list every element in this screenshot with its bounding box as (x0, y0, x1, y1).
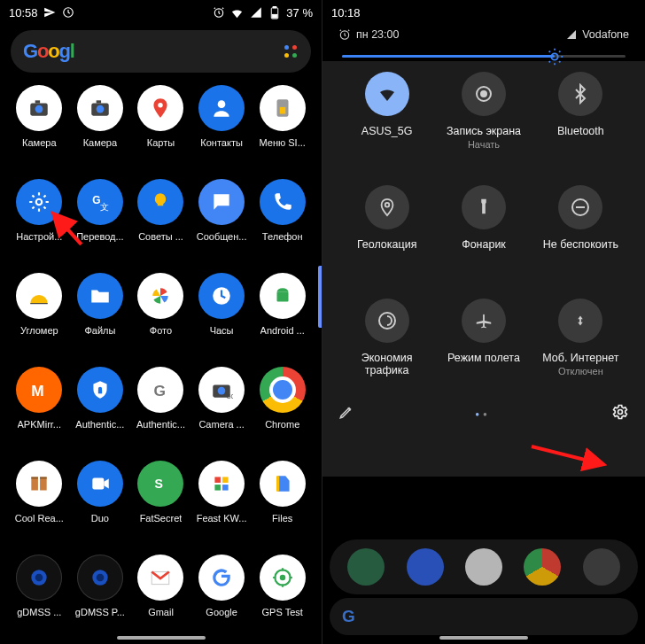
tile-wifi[interactable]: ASUS_5G (338, 72, 435, 171)
app-authenticator-1[interactable]: Authentic... (70, 367, 131, 455)
svg-rect-29 (92, 478, 104, 490)
annotation-arrow-left (49, 209, 86, 246)
app-gmail[interactable]: Gmail (130, 555, 191, 643)
app-tips[interactable]: Советы ... (130, 179, 191, 268)
app-gps-test[interactable]: GPS Test (252, 555, 313, 643)
app-label: Камера (83, 137, 117, 148)
app-clock[interactable]: Часы (191, 273, 253, 361)
svg-rect-4 (272, 14, 277, 18)
app-label: Camera ... (198, 419, 244, 430)
app-google[interactable]: Google (191, 555, 253, 643)
tile-mobiledata[interactable]: Моб. ИнтернетОтключен (532, 299, 629, 398)
app-phone[interactable]: Телефон (252, 179, 313, 268)
app-label: GPS Test (262, 607, 303, 617)
app-contacts[interactable]: Контакты (191, 85, 253, 174)
tile-label: Не беспокоить (543, 238, 618, 251)
tile-airplane[interactable]: Режим полета (435, 299, 532, 398)
files-google-icon (260, 461, 306, 507)
camera-2-icon (77, 85, 123, 131)
app-coolreader[interactable]: Cool Rea... (9, 461, 70, 549)
phone-quick-settings: 10:18 G пн 23:00 Vodafone (322, 0, 645, 644)
statusbar-right: 10:18 (322, 0, 645, 25)
app-camera-2[interactable]: Камера (70, 85, 131, 174)
tile-bluetooth[interactable]: Bluetooth (532, 72, 629, 171)
brightness-slider[interactable] (322, 43, 645, 61)
annotation-arrow-right (530, 445, 610, 471)
tile-screenrec[interactable]: Запись экранаНачать (435, 72, 532, 171)
app-photos[interactable]: Фото (130, 273, 191, 361)
app-files-app[interactable]: Файлы (70, 273, 131, 361)
apkmirror-icon: M (16, 367, 62, 413)
tile-location[interactable]: Геолокация (338, 185, 435, 284)
google-search-bar[interactable]: Google (11, 30, 311, 73)
app-authenticator-2[interactable]: GAuthentic... (130, 367, 191, 455)
bluetooth-icon (558, 72, 602, 116)
gesture-nav-pill[interactable] (439, 636, 528, 640)
app-camera-go[interactable]: GOCamera ... (191, 367, 253, 455)
app-duo[interactable]: Duo (70, 461, 131, 549)
tile-datasaver[interactable]: Экономия трафика (338, 299, 435, 398)
battery-text: 37 % (286, 6, 313, 19)
assistant-icon[interactable] (283, 43, 299, 59)
app-maps[interactable]: Карты (130, 85, 191, 174)
app-protractor[interactable]: Угломер (9, 273, 70, 361)
tile-label: ASUS_5G (361, 125, 413, 137)
svg-point-41 (279, 575, 285, 581)
app-feast[interactable]: Feast KW... (191, 461, 253, 549)
app-sim-menu[interactable]: Меню SI... (252, 85, 313, 174)
photos-icon (137, 273, 183, 319)
app-apkmirror[interactable]: MAPKMirr... (9, 367, 70, 455)
clock-icon (62, 6, 75, 19)
app-label: Feast KW... (197, 513, 247, 524)
scroll-indicator (318, 266, 322, 328)
app-label: Контакты (200, 137, 243, 148)
location-icon (365, 185, 409, 229)
protractor-icon (16, 273, 62, 319)
app-files-google[interactable]: Files (252, 461, 313, 549)
edit-tiles-button[interactable] (338, 404, 354, 420)
app-label: Chrome (265, 419, 299, 430)
chrome-icon (260, 367, 306, 413)
gesture-nav-pill[interactable] (117, 636, 206, 640)
settings-gear-button[interactable] (611, 403, 629, 421)
svg-point-36 (35, 574, 43, 582)
tips-icon (137, 179, 183, 225)
svg-text:GO: GO (227, 393, 234, 400)
statusbar-time: 10:58 (9, 6, 38, 19)
svg-rect-24 (98, 390, 102, 393)
sim-menu-icon (260, 85, 306, 131)
svg-text:S: S (155, 477, 163, 491)
app-label: Authentic... (136, 419, 185, 430)
svg-rect-33 (215, 485, 221, 491)
app-label: Google (206, 607, 237, 617)
authenticator-1-icon (77, 367, 123, 413)
app-label: APKMirr... (18, 419, 62, 430)
app-chrome[interactable]: Chrome (252, 367, 313, 455)
statusbar-time: 10:18 (331, 6, 361, 19)
datasaver-icon (365, 299, 409, 343)
tile-dnd[interactable]: Не беспокоить (532, 185, 629, 284)
wifi-icon (365, 72, 409, 116)
app-gdmss-2[interactable]: gDMSS P... (70, 555, 131, 643)
app-messages[interactable]: Сообщен... (191, 179, 253, 268)
tile-sublabel: Отключен (558, 366, 603, 376)
tile-label: Геолокация (357, 238, 417, 251)
app-android-sys[interactable]: Android ... (252, 273, 313, 361)
app-label: Authentic... (75, 419, 124, 430)
contacts-icon (198, 85, 245, 131)
app-camera-1[interactable]: Камера (9, 85, 70, 174)
gdmss-1-icon (16, 555, 62, 601)
tile-label: Фонарик (462, 238, 506, 251)
svg-point-46 (385, 203, 389, 207)
app-label: Советы ... (138, 231, 183, 242)
app-label: Часы (210, 325, 234, 336)
app-gdmss-1[interactable]: gDMSS ... (9, 555, 70, 643)
app-fatsecret[interactable]: SFatSecret (130, 461, 191, 549)
app-label: Камера (22, 137, 56, 148)
quick-settings-panel: пн 23:00 Vodafone ASUS_5GЗапись экранаНа… (322, 25, 645, 644)
tile-label: Запись экрана (447, 125, 521, 137)
tile-flashlight[interactable]: Фонарик (435, 185, 532, 284)
svg-rect-7 (35, 100, 40, 103)
next-alarm[interactable]: пн 23:00 (338, 28, 399, 41)
brightness-icon[interactable] (545, 47, 564, 66)
